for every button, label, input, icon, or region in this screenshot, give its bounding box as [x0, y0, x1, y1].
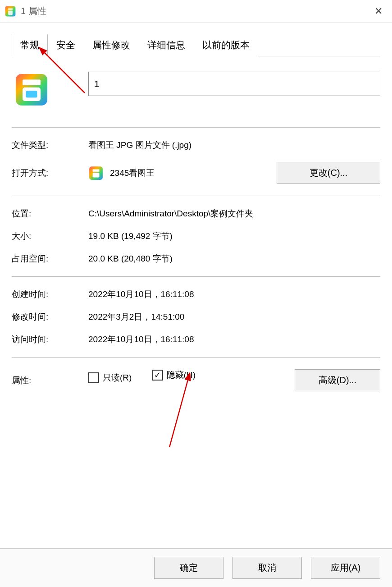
- sizedisk-label: 占用空间:: [12, 253, 88, 265]
- divider: [12, 276, 380, 277]
- tab-previous[interactable]: 以前的版本: [194, 34, 258, 56]
- hidden-checkbox[interactable]: ✓ 隐藏(H): [152, 369, 196, 381]
- location-label: 位置:: [12, 208, 88, 220]
- dialog-body: 常规 安全 属性修改 详细信息 以前的版本 文件类型: 看图王 JPG 图片文件…: [0, 23, 392, 397]
- app-icon-small: [88, 165, 104, 181]
- apply-button[interactable]: 应用(A): [311, 557, 380, 579]
- tab-bar: 常规 安全 属性修改 详细信息 以前的版本: [12, 33, 380, 56]
- window-title: 1 属性: [21, 5, 369, 17]
- hidden-label: 隐藏(H): [167, 369, 196, 381]
- close-icon[interactable]: ✕: [369, 5, 387, 17]
- openwith-label: 打开方式:: [12, 167, 88, 179]
- size-value: 19.0 KB (19,492 字节): [88, 230, 380, 242]
- dialog-footer: 确定 取消 应用(A): [0, 548, 392, 587]
- attributes-label: 属性:: [12, 375, 88, 386]
- modified-value: 2022年3月2日，14:51:00: [88, 311, 380, 323]
- checkbox-icon: ✓: [152, 370, 163, 381]
- titlebar: 1 属性 ✕: [0, 0, 392, 23]
- tab-attrmod[interactable]: 属性修改: [84, 34, 139, 56]
- change-button[interactable]: 更改(C)...: [277, 162, 380, 184]
- divider: [12, 127, 380, 128]
- tab-general[interactable]: 常规: [12, 34, 48, 56]
- sizedisk-value: 20.0 KB (20,480 字节): [88, 253, 380, 265]
- cancel-button[interactable]: 取消: [232, 557, 302, 579]
- checkbox-icon: [88, 372, 99, 383]
- created-value: 2022年10月10日，16:11:08: [88, 289, 380, 300]
- svg-rect-8: [93, 172, 100, 177]
- advanced-button[interactable]: 高级(D)...: [295, 369, 380, 391]
- size-label: 大小:: [12, 230, 88, 242]
- divider: [12, 196, 380, 196]
- accessed-label: 访问时间:: [12, 334, 88, 345]
- file-icon: [14, 72, 50, 108]
- accessed-value: 2022年10月10日，16:11:08: [88, 334, 380, 345]
- svg-rect-3: [23, 80, 41, 86]
- filetype-label: 文件类型:: [12, 139, 88, 151]
- readonly-checkbox[interactable]: 只读(R): [88, 372, 132, 384]
- divider: [12, 357, 380, 358]
- tab-content: 文件类型: 看图王 JPG 图片文件 (.jpg) 打开方式: 2345看图王 …: [12, 56, 380, 397]
- svg-rect-7: [93, 169, 100, 171]
- tab-details[interactable]: 详细信息: [139, 34, 194, 56]
- app-icon: [5, 5, 16, 17]
- modified-label: 修改时间:: [12, 311, 88, 323]
- filetype-value: 看图王 JPG 图片文件 (.jpg): [88, 139, 380, 151]
- readonly-label: 只读(R): [103, 372, 132, 384]
- openwith-value: 2345看图王: [110, 167, 268, 179]
- ok-button[interactable]: 确定: [154, 557, 223, 579]
- tab-security[interactable]: 安全: [48, 34, 84, 56]
- filename-input[interactable]: [88, 72, 380, 96]
- created-label: 创建时间:: [12, 289, 88, 300]
- svg-rect-5: [26, 91, 37, 98]
- location-value: C:\Users\Administrator\Desktop\案例文件夹: [88, 208, 380, 220]
